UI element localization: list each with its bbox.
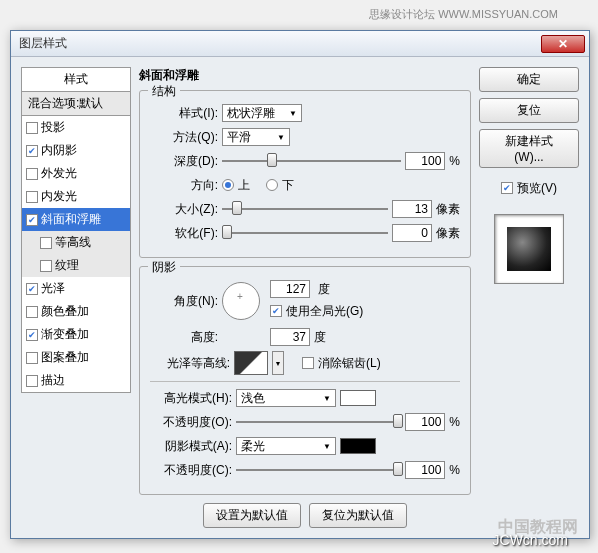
style-checkbox[interactable] bbox=[26, 283, 38, 295]
cancel-button[interactable]: 复位 bbox=[479, 98, 579, 123]
style-item-内阴影[interactable]: 内阴影 bbox=[22, 139, 130, 162]
highlight-mode-label: 高光模式(H): bbox=[150, 390, 232, 407]
blend-options-header[interactable]: 混合选项:默认 bbox=[21, 92, 131, 116]
highlight-opacity-input[interactable] bbox=[405, 413, 445, 431]
style-label: 投影 bbox=[41, 119, 65, 136]
size-slider[interactable] bbox=[222, 200, 388, 218]
chevron-down-icon: ▼ bbox=[277, 133, 285, 142]
shading-fieldset: 阴影 角度(N): 度 使用全局光(G) bbox=[139, 266, 471, 495]
global-light-label: 使用全局光(G) bbox=[286, 303, 363, 320]
style-checkbox[interactable] bbox=[26, 214, 38, 226]
style-item-描边[interactable]: 描边 bbox=[22, 369, 130, 392]
style-label: 颜色叠加 bbox=[41, 303, 89, 320]
highlight-opacity-label: 不透明度(O): bbox=[150, 414, 232, 431]
global-light-checkbox[interactable] bbox=[270, 305, 282, 317]
right-panel: 确定 复位 新建样式(W)... 预览(V) bbox=[479, 67, 579, 528]
dialog-title: 图层样式 bbox=[19, 35, 541, 52]
angle-label: 角度(N): bbox=[150, 293, 218, 310]
technique-select[interactable]: 平滑▼ bbox=[222, 128, 290, 146]
shadow-color-swatch[interactable] bbox=[340, 438, 376, 454]
style-label: 内阴影 bbox=[41, 142, 77, 159]
style-label: 纹理 bbox=[55, 257, 79, 274]
highlight-color-swatch[interactable] bbox=[340, 390, 376, 406]
ok-button[interactable]: 确定 bbox=[479, 67, 579, 92]
style-checkbox[interactable] bbox=[26, 145, 38, 157]
preview-box bbox=[494, 214, 564, 284]
highlight-opacity-slider[interactable] bbox=[236, 413, 401, 431]
shadow-opacity-slider[interactable] bbox=[236, 461, 401, 479]
depth-label: 深度(D): bbox=[150, 153, 218, 170]
structure-title: 结构 bbox=[148, 83, 180, 100]
technique-label: 方法(Q): bbox=[150, 129, 218, 146]
style-label: 光泽 bbox=[41, 280, 65, 297]
soften-unit: 像素 bbox=[436, 225, 460, 242]
style-item-等高线[interactable]: 等高线 bbox=[22, 231, 130, 254]
shadow-opacity-input[interactable] bbox=[405, 461, 445, 479]
panel-title: 斜面和浮雕 bbox=[139, 67, 471, 84]
structure-fieldset: 结构 样式(I): 枕状浮雕▼ 方法(Q): 平滑▼ 深度(D): bbox=[139, 90, 471, 258]
style-item-图案叠加[interactable]: 图案叠加 bbox=[22, 346, 130, 369]
altitude-unit: 度 bbox=[314, 329, 326, 346]
style-checkbox[interactable] bbox=[26, 375, 38, 387]
style-item-外发光[interactable]: 外发光 bbox=[22, 162, 130, 185]
size-unit: 像素 bbox=[436, 201, 460, 218]
chevron-down-icon: ▼ bbox=[323, 442, 331, 451]
contour-dropdown-arrow[interactable]: ▼ bbox=[272, 351, 284, 375]
chevron-down-icon: ▼ bbox=[323, 394, 331, 403]
style-item-斜面和浮雕[interactable]: 斜面和浮雕 bbox=[22, 208, 130, 231]
style-item-内发光[interactable]: 内发光 bbox=[22, 185, 130, 208]
style-list: 投影内阴影外发光内发光斜面和浮雕等高线纹理光泽颜色叠加渐变叠加图案叠加描边 bbox=[21, 116, 131, 393]
preview-checkbox[interactable] bbox=[501, 182, 513, 194]
style-checkbox[interactable] bbox=[26, 329, 38, 341]
settings-panel: 斜面和浮雕 结构 样式(I): 枕状浮雕▼ 方法(Q): 平滑▼ 深度(D): bbox=[139, 67, 471, 528]
angle-unit: 度 bbox=[318, 281, 330, 298]
style-checkbox[interactable] bbox=[26, 122, 38, 134]
opacity-unit: % bbox=[449, 415, 460, 429]
style-checkbox[interactable] bbox=[26, 168, 38, 180]
titlebar[interactable]: 图层样式 ✕ bbox=[11, 31, 589, 57]
set-default-button[interactable]: 设置为默认值 bbox=[203, 503, 301, 528]
contour-label: 光泽等高线: bbox=[150, 355, 230, 372]
angle-input[interactable] bbox=[270, 280, 310, 298]
style-label: 样式(I): bbox=[150, 105, 218, 122]
style-checkbox[interactable] bbox=[26, 306, 38, 318]
direction-up-label: 上 bbox=[238, 177, 250, 194]
soften-slider[interactable] bbox=[222, 224, 388, 242]
direction-up-radio[interactable] bbox=[222, 179, 234, 191]
antialiased-checkbox[interactable] bbox=[302, 357, 314, 369]
style-label: 外发光 bbox=[41, 165, 77, 182]
styles-header[interactable]: 样式 bbox=[21, 67, 131, 92]
soften-input[interactable] bbox=[392, 224, 432, 242]
style-label: 内发光 bbox=[41, 188, 77, 205]
chevron-down-icon: ▼ bbox=[289, 109, 297, 118]
shadow-mode-select[interactable]: 柔光▼ bbox=[236, 437, 336, 455]
style-checkbox[interactable] bbox=[26, 352, 38, 364]
shading-title: 阴影 bbox=[148, 259, 180, 276]
styles-panel: 样式 混合选项:默认 投影内阴影外发光内发光斜面和浮雕等高线纹理光泽颜色叠加渐变… bbox=[21, 67, 131, 528]
highlight-mode-select[interactable]: 浅色▼ bbox=[236, 389, 336, 407]
angle-wheel[interactable] bbox=[222, 282, 260, 320]
style-checkbox[interactable] bbox=[40, 260, 52, 272]
style-select[interactable]: 枕状浮雕▼ bbox=[222, 104, 302, 122]
style-item-光泽[interactable]: 光泽 bbox=[22, 277, 130, 300]
direction-down-radio[interactable] bbox=[266, 179, 278, 191]
depth-unit: % bbox=[449, 154, 460, 168]
depth-input[interactable] bbox=[405, 152, 445, 170]
style-checkbox[interactable] bbox=[40, 237, 52, 249]
style-item-纹理[interactable]: 纹理 bbox=[22, 254, 130, 277]
style-checkbox[interactable] bbox=[26, 191, 38, 203]
style-item-颜色叠加[interactable]: 颜色叠加 bbox=[22, 300, 130, 323]
style-item-渐变叠加[interactable]: 渐变叠加 bbox=[22, 323, 130, 346]
close-button[interactable]: ✕ bbox=[541, 35, 585, 53]
depth-slider[interactable] bbox=[222, 152, 401, 170]
altitude-input[interactable] bbox=[270, 328, 310, 346]
style-item-投影[interactable]: 投影 bbox=[22, 116, 130, 139]
soften-label: 软化(F): bbox=[150, 225, 218, 242]
new-style-button[interactable]: 新建样式(W)... bbox=[479, 129, 579, 168]
size-input[interactable] bbox=[392, 200, 432, 218]
style-label: 斜面和浮雕 bbox=[41, 211, 101, 228]
reset-default-button[interactable]: 复位为默认值 bbox=[309, 503, 407, 528]
style-label: 图案叠加 bbox=[41, 349, 89, 366]
altitude-label: 高度: bbox=[150, 329, 218, 346]
contour-picker[interactable] bbox=[234, 351, 268, 375]
